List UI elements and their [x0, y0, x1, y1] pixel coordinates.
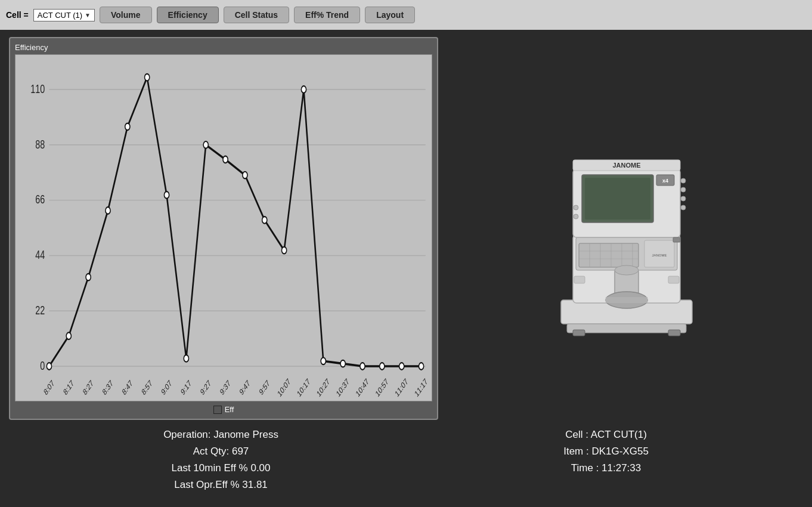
- svg-text:22: 22: [35, 304, 45, 317]
- svg-point-81: [615, 265, 639, 275]
- svg-point-43: [243, 172, 247, 179]
- svg-point-77: [681, 205, 686, 210]
- cell-info-label: Cell : ACT CUT(1): [565, 429, 647, 441]
- legend-box-icon: [213, 406, 222, 414]
- svg-point-44: [262, 217, 267, 224]
- cell-label: Cell =: [6, 10, 29, 20]
- svg-rect-84: [573, 330, 585, 336]
- svg-point-38: [145, 74, 150, 81]
- svg-point-79: [574, 214, 578, 219]
- svg-text:88: 88: [35, 137, 45, 151]
- svg-text:0: 0: [40, 358, 45, 372]
- tab-efficiency[interactable]: Efficiency: [157, 7, 219, 23]
- svg-point-35: [86, 274, 91, 281]
- machine-panel: JANOME JANOME x4: [450, 37, 803, 420]
- svg-point-48: [340, 360, 345, 367]
- svg-text:44: 44: [35, 248, 45, 262]
- svg-rect-69: [585, 178, 650, 220]
- cell-value: ACT CUT (1): [38, 11, 82, 20]
- topbar: Cell = ACT CUT (1) ▼ Volume Efficiency C…: [0, 0, 812, 30]
- svg-rect-85: [668, 330, 680, 336]
- svg-rect-87: [574, 276, 585, 283]
- svg-text:66: 66: [35, 193, 45, 206]
- svg-point-49: [360, 363, 365, 370]
- chart-panel: Efficiency: [9, 37, 438, 420]
- svg-rect-88: [673, 237, 680, 242]
- info-col-left: Operation: Janome Press Act Qty: 697 Las…: [163, 429, 278, 491]
- svg-point-34: [66, 332, 71, 339]
- svg-text:JANOME: JANOME: [652, 254, 667, 257]
- svg-point-39: [164, 191, 169, 199]
- chart-area: 0 22 44 66 88 110 8:07 8:17 8:27 8:37 8:…: [15, 54, 432, 401]
- svg-point-40: [184, 355, 188, 362]
- tab-cell-status[interactable]: Cell Status: [224, 7, 289, 23]
- svg-point-75: [681, 187, 686, 192]
- last-10min-label: Last 10min Eff % 0.00: [172, 462, 271, 474]
- chart-title: Efficiency: [15, 43, 432, 52]
- main-content: Efficiency: [0, 30, 812, 507]
- svg-point-42: [223, 156, 228, 163]
- svg-point-36: [106, 207, 110, 214]
- svg-rect-57: [579, 243, 639, 267]
- svg-point-51: [399, 363, 404, 370]
- tab-layout[interactable]: Layout: [365, 7, 415, 23]
- svg-point-33: [47, 363, 51, 370]
- chart-legend: Eff: [15, 405, 432, 414]
- last-opr-label: Last Opr.Eff % 31.81: [174, 479, 268, 491]
- svg-text:110: 110: [30, 82, 45, 95]
- svg-point-41: [203, 141, 208, 149]
- item-label: Item : DK1G-XG55: [563, 446, 649, 457]
- tab-volume[interactable]: Volume: [100, 7, 152, 23]
- svg-point-46: [301, 86, 306, 93]
- operation-label: Operation: Janome Press: [163, 429, 278, 441]
- info-col-right: Cell : ACT CUT(1) Item : DK1G-XG55 Time …: [563, 429, 649, 491]
- svg-point-50: [380, 363, 385, 370]
- svg-rect-83: [606, 297, 647, 303]
- svg-text:JANOME: JANOME: [612, 162, 640, 169]
- svg-point-37: [125, 123, 130, 131]
- act-qty-label: Act Qty: 697: [193, 446, 249, 457]
- top-section: Efficiency: [9, 37, 803, 420]
- svg-point-52: [419, 363, 423, 370]
- cell-selector[interactable]: ACT CUT (1) ▼: [33, 9, 95, 21]
- svg-rect-0: [16, 55, 432, 401]
- svg-text:x4: x4: [662, 178, 668, 184]
- svg-point-45: [282, 247, 287, 254]
- tab-eff-trend[interactable]: Eff% Trend: [294, 7, 360, 23]
- svg-point-78: [574, 205, 578, 210]
- legend-label: Eff: [225, 405, 234, 414]
- machine-image: JANOME JANOME x4: [525, 115, 728, 342]
- info-section: Operation: Janome Press Act Qty: 697 Las…: [9, 420, 803, 500]
- svg-point-74: [681, 178, 686, 183]
- time-label: Time : 11:27:33: [571, 462, 641, 474]
- svg-rect-86: [668, 276, 679, 283]
- svg-point-47: [321, 358, 326, 365]
- dropdown-arrow-icon: ▼: [85, 12, 91, 18]
- svg-point-76: [681, 196, 686, 201]
